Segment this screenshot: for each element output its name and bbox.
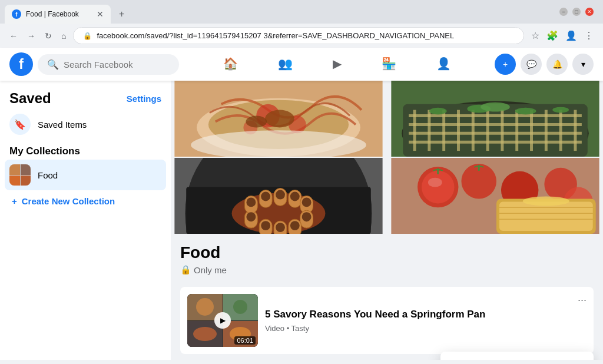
svg-point-6	[265, 110, 294, 128]
facebook-nav: 🏠 👥 ▶ 🏪 👤	[204, 52, 470, 77]
search-input[interactable]	[64, 59, 175, 70]
svg-point-30	[515, 108, 536, 115]
svg-rect-68	[499, 201, 593, 231]
svg-point-32	[481, 102, 510, 112]
food-image-1	[171, 81, 386, 157]
create-collection-button[interactable]: + Create New Collection	[5, 191, 166, 211]
sausage-image	[171, 158, 386, 234]
pizza-image	[387, 81, 603, 157]
dropdown-menu: ⊗ Remove from Collection ↗ Share	[440, 352, 594, 360]
saved-items-label: Saved Items	[38, 120, 87, 130]
food-collection-item[interactable]: Food	[5, 160, 166, 190]
reload-button[interactable]: ↻	[42, 29, 54, 43]
video-thumbnail[interactable]: ▶ 06:01	[187, 294, 258, 347]
food-collection-thumbnail	[9, 164, 31, 186]
food-collection-label: Food	[38, 170, 58, 180]
url-text: facebook.com/saved/?list_id=119641579415…	[97, 31, 514, 40]
bookmark-icon[interactable]: ☆	[529, 28, 542, 44]
play-button[interactable]: ▶	[214, 312, 231, 329]
svg-point-57	[246, 197, 256, 207]
video-duration: 06:01	[234, 336, 256, 345]
remove-from-collection-item[interactable]: ⊗ Remove from Collection	[440, 356, 594, 360]
my-collections-heading: My Collections	[5, 141, 166, 160]
window-controls: − □ ✕	[555, 8, 598, 21]
browser-toolbar: ☆ 🧩 👤 ⋮	[529, 28, 596, 44]
lock-icon: 🔒	[180, 264, 191, 275]
svg-point-79	[196, 298, 214, 316]
plus-icon: +	[12, 196, 17, 206]
nav-watch[interactable]: ▶	[314, 52, 360, 77]
video-info: 5 Savory Reasons You Need a Springform P…	[265, 308, 587, 332]
food-privacy: 🔒 Only me	[180, 264, 594, 275]
svg-point-50	[290, 192, 300, 201]
home-button[interactable]: ⌂	[59, 29, 68, 43]
profile-icon[interactable]: 👤	[563, 28, 579, 44]
svg-point-53	[290, 221, 300, 230]
sidebar-title: Saved Settings	[5, 88, 166, 109]
food-image-4	[387, 158, 603, 234]
more-options-icon[interactable]: ⋮	[582, 28, 596, 44]
settings-link[interactable]: Settings	[127, 94, 161, 104]
svg-point-28	[429, 108, 447, 115]
tab-favicon: f	[12, 9, 21, 19]
facebook-logo[interactable]: f	[9, 52, 33, 76]
nav-home[interactable]: 🏠	[204, 52, 257, 77]
nav-groups[interactable]: 👤	[418, 52, 470, 77]
address-bar[interactable]: 🔒 facebook.com/saved/?list_id=1196415794…	[73, 27, 524, 44]
svg-point-55	[261, 221, 270, 230]
minimize-button[interactable]: −	[559, 8, 568, 16]
svg-point-54	[276, 223, 285, 232]
messenger-button[interactable]: 💬	[521, 54, 542, 75]
privacy-label: Only me	[194, 265, 227, 275]
food-image-2	[387, 81, 603, 157]
food-image-3	[171, 158, 386, 234]
saved-items-icon: 🔖	[9, 114, 31, 135]
food-collection-title: Food	[180, 243, 594, 262]
content-wrapper: Food 🔒 Only me	[171, 81, 603, 354]
account-menu-button[interactable]: ▾	[572, 54, 594, 75]
facebook-header: f 🔍 🏠 👥 ▶ 🏪 👤 + 💬 🔔 ▾	[0, 48, 603, 81]
svg-point-80	[233, 300, 247, 314]
search-icon: 🔍	[47, 59, 59, 70]
food-images-grid	[171, 81, 603, 234]
sidebar-item-saved-items[interactable]: 🔖 Saved Items	[5, 109, 166, 140]
sidebar: Saved Settings 🔖 Saved Items My Collecti…	[0, 81, 171, 360]
ssl-lock-icon: 🔒	[83, 32, 92, 40]
back-button[interactable]: ←	[7, 29, 20, 43]
browser-title-bar: f Food | Facebook ✕ + − □ ✕	[0, 0, 603, 24]
svg-point-7	[246, 116, 267, 128]
tab-title: Food | Facebook	[26, 10, 92, 18]
food-info: Food 🔒 Only me	[171, 234, 603, 282]
header-actions: + 💬 🔔 ▾	[495, 54, 594, 75]
video-card: ▶ 06:01 5 Savory Reasons You Need a Spri…	[180, 287, 594, 354]
forward-button[interactable]: →	[25, 29, 38, 43]
video-title: 5 Savory Reasons You Need a Springform P…	[265, 308, 587, 321]
svg-point-48	[261, 192, 270, 201]
tab-close-button[interactable]: ✕	[97, 9, 104, 19]
browser-tab[interactable]: f Food | Facebook ✕	[5, 5, 111, 24]
svg-point-81	[193, 327, 217, 341]
svg-point-72	[523, 196, 569, 206]
add-button[interactable]: +	[495, 54, 516, 75]
svg-point-52	[302, 212, 312, 221]
browser-chrome: f Food | Facebook ✕ + − □ ✕ ← → ↻ ⌂ 🔒 fa…	[0, 0, 603, 48]
maximize-button[interactable]: □	[572, 8, 581, 16]
tomato-image	[387, 158, 603, 234]
svg-point-73	[428, 178, 442, 187]
search-bar[interactable]: 🔍	[38, 54, 179, 75]
video-more-button[interactable]: ···	[578, 294, 587, 306]
svg-point-49	[276, 190, 285, 200]
nav-marketplace[interactable]: 🏪	[363, 52, 415, 77]
svg-point-60	[422, 171, 455, 204]
extensions-icon[interactable]: 🧩	[544, 28, 561, 44]
notifications-button[interactable]: 🔔	[546, 54, 568, 75]
svg-point-51	[302, 197, 312, 207]
pasta-image	[171, 81, 386, 157]
nav-friends[interactable]: 👥	[259, 52, 312, 77]
close-button[interactable]: ✕	[585, 8, 594, 16]
main-layout: Saved Settings 🔖 Saved Items My Collecti…	[0, 81, 603, 360]
create-collection-label: Create New Collection	[22, 196, 115, 206]
svg-point-56	[246, 212, 256, 221]
browser-address-bar: ← → ↻ ⌂ 🔒 facebook.com/saved/?list_id=11…	[0, 24, 603, 48]
new-tab-button[interactable]: +	[113, 5, 130, 23]
